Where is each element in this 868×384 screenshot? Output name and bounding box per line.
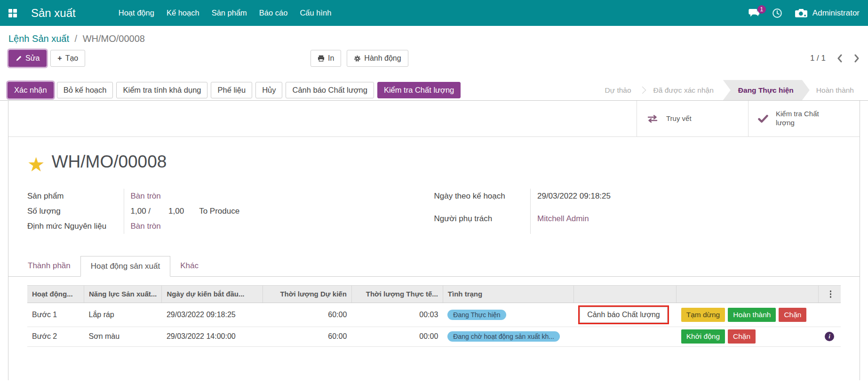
chevron-right-icon[interactable] — [854, 54, 860, 63]
tab-components[interactable]: Thành phần — [18, 256, 80, 277]
star-icon[interactable]: ★ — [27, 155, 45, 175]
notebook-tabs: Thành phần Hoạt động sản xuất Khác — [8, 256, 860, 277]
edit-button-label: Sửa — [25, 54, 40, 63]
table-row[interactable]: Bước 1 Lắp ráp 29/03/2022 09:18:25 60:00… — [27, 303, 841, 327]
confirm-button[interactable]: Xác nhận — [8, 82, 54, 98]
control-panel: Sửa + Tạo In Hành động 1 / 1 — [0, 46, 868, 72]
step-draft[interactable]: Dự thảo — [598, 80, 638, 100]
quality-check-button[interactable]: Kiểm tra Chất lượng — [377, 82, 461, 98]
print-button-label: In — [328, 54, 334, 63]
responsible-label: Người phụ trách — [434, 211, 530, 234]
chevron-left-icon[interactable] — [837, 54, 842, 63]
tab-work-orders[interactable]: Hoạt động sản xuất — [80, 256, 170, 277]
message-count-badge: 1 — [757, 5, 766, 14]
field-product: Sản phẩm Bàn tròn — [27, 189, 401, 204]
menu-item-reports[interactable]: Báo cáo — [253, 0, 294, 26]
check-availability-button[interactable]: Kiểm tra tính khả dụng — [116, 82, 207, 98]
col-operation[interactable]: Hoạt động... — [27, 286, 84, 303]
status-badge: Đang chờ hoạt động sản xuất kh... — [447, 331, 560, 342]
pager: 1 / 1 — [810, 54, 860, 63]
right-field-group: Ngày theo kế hoạch 29/03/2022 09:18:25 N… — [434, 189, 824, 234]
cell-operation: Bước 2 — [27, 327, 84, 346]
col-start-date[interactable]: Ngày dự kiến bắt đầu... — [162, 286, 263, 303]
product-label: Sản phẩm — [27, 189, 124, 204]
app-brand[interactable]: Sản xuất — [31, 7, 76, 20]
form-statusbar: Xác nhận Bỏ kế hoạch Kiểm tra tính khả d… — [0, 80, 868, 101]
quantity-suffix: To Produce — [199, 207, 239, 216]
done-button[interactable]: Hoàn thành — [728, 308, 776, 322]
quality-check-label: Kiểm tra Chất lượng — [776, 110, 821, 128]
cancel-button[interactable]: Hủy — [255, 82, 282, 98]
product-value-link[interactable]: Bàn tròn — [131, 192, 161, 200]
quantity-produced: 1,00 / — [131, 207, 151, 216]
top-navbar: Sản xuất Hoạt động Kế hoạch Sản phẩm Báo… — [0, 0, 868, 26]
step-confirmed[interactable]: Đã được xác nhận — [647, 80, 720, 100]
action-button-label: Hành động — [364, 54, 401, 63]
col-status[interactable]: Tình trạng — [443, 286, 573, 303]
bom-value-link[interactable]: Bàn tròn — [131, 222, 161, 231]
tab-misc[interactable]: Khác — [170, 256, 208, 277]
col-workorder-actions — [677, 286, 819, 303]
info-circle-icon[interactable]: i — [825, 332, 834, 341]
block-button[interactable]: Chặn — [728, 329, 756, 344]
table-header-row: Hoạt động... Năng lực Sản xuất... Ngày d… — [27, 286, 841, 303]
block-button[interactable]: Chặn — [779, 308, 806, 322]
cell-expected-duration: 60:00 — [263, 303, 351, 327]
edit-button[interactable]: Sửa — [8, 50, 47, 67]
page-title: WH/MO/00008 — [52, 152, 167, 172]
col-expected-duration[interactable]: Thời lượng Dự kiến — [263, 286, 351, 303]
field-quantity: Số lượng 1,00 /1,00To Produce — [27, 204, 401, 219]
planned-date-label: Ngày theo kế hoạch — [434, 189, 530, 211]
step-in-progress[interactable]: Đang Thực hiện — [723, 80, 810, 100]
work-orders-table: Hoạt động... Năng lực Sản xuất... Ngày d… — [27, 285, 841, 347]
quality-alert-button[interactable]: Cảnh báo Chất lượng — [286, 82, 374, 98]
traceability-stat-button[interactable]: Truy vết — [637, 101, 748, 136]
pause-button[interactable]: Tạm dừng — [681, 308, 725, 322]
row-quality-alert-button[interactable]: Cảnh báo Chất lượng — [580, 307, 668, 323]
cell-real-duration: 00:00 — [351, 327, 443, 346]
menu-item-planning[interactable]: Kế hoạch — [160, 0, 206, 26]
avatar-camera-icon — [795, 8, 808, 18]
cell-operation: Bước 1 — [27, 303, 84, 327]
breadcrumb-parent-link[interactable]: Lệnh Sản xuất — [8, 33, 69, 44]
vertical-ellipsis-icon[interactable] — [827, 289, 835, 299]
scrap-button[interactable]: Phế liệu — [211, 82, 252, 98]
form-sheet: Truy vết Kiểm tra Chất lượng ★ WH/MO/000… — [8, 101, 860, 380]
activities-clock-icon[interactable] — [772, 8, 782, 18]
create-button-label: Tạo — [65, 54, 79, 63]
messages-icon[interactable]: 1 — [749, 8, 760, 17]
quality-check-stat-button[interactable]: Kiểm tra Chất lượng — [748, 101, 860, 136]
responsible-value-link[interactable]: Mitchell Admin — [537, 214, 589, 223]
gear-icon — [354, 55, 361, 62]
col-work-center[interactable]: Năng lực Sản xuất... — [84, 286, 162, 303]
unplan-button[interactable]: Bỏ kế hoạch — [57, 82, 113, 98]
user-name: Administrator — [812, 8, 860, 18]
menu-item-operations[interactable]: Hoạt động — [112, 0, 160, 26]
col-real-duration[interactable]: Thời lượng Thực tế... — [351, 286, 443, 303]
user-menu[interactable]: Administrator — [795, 8, 860, 18]
apps-menu-icon[interactable] — [8, 9, 17, 17]
traceability-label: Truy vết — [666, 114, 692, 123]
status-steps: Dự thảo Đã được xác nhận Đang Thực hiện … — [598, 80, 860, 100]
col-optional — [819, 286, 841, 303]
menu-item-configuration[interactable]: Cấu hình — [294, 0, 337, 26]
create-button[interactable]: + Tạo — [50, 50, 85, 67]
table-row[interactable]: Bước 2 Sơn màu 29/03/2022 14:00:00 60:00… — [27, 327, 841, 346]
step-chevron-icon — [638, 87, 646, 94]
print-button[interactable]: In — [311, 50, 341, 67]
status-badge: Đang Thực hiện — [447, 310, 506, 320]
cell-start-date: 29/03/2022 14:00:00 — [162, 327, 263, 346]
pager-counter: 1 / 1 — [810, 54, 826, 63]
exchange-arrows-icon — [646, 115, 659, 123]
menu-item-products[interactable]: Sản phẩm — [206, 0, 253, 26]
pencil-icon — [16, 55, 22, 62]
left-field-group: Sản phẩm Bàn tròn Số lượng 1,00 /1,00To … — [27, 189, 401, 234]
step-done[interactable]: Hoàn thành — [810, 80, 860, 100]
field-bom: Định mức Nguyên liệu Bàn tròn — [27, 219, 401, 234]
checkmark-icon — [758, 115, 768, 123]
action-button[interactable]: Hành động — [347, 50, 408, 67]
cell-real-duration: 00:03 — [351, 303, 443, 327]
field-planned-date: Ngày theo kế hoạch 29/03/2022 09:18:25 — [434, 189, 824, 211]
start-button[interactable]: Khởi động — [681, 329, 725, 344]
field-responsible: Người phụ trách Mitchell Admin — [434, 211, 824, 234]
